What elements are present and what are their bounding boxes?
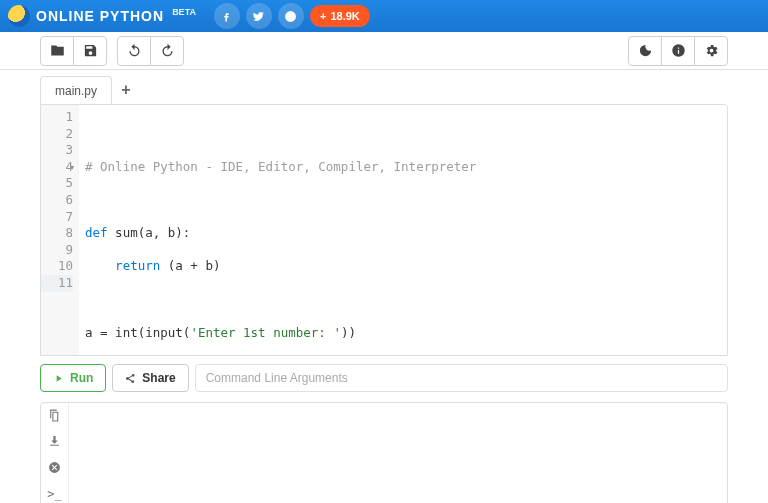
redo-button[interactable]	[150, 36, 184, 66]
plus-icon: +	[121, 81, 130, 99]
editor-toolbar	[0, 32, 768, 70]
line-number: 6	[41, 192, 73, 209]
share-icon	[125, 373, 136, 384]
line-number: 8	[41, 225, 73, 242]
logo-icon	[8, 5, 30, 27]
code-editor: 1 2 3 4▾ 5 6 7 8 9 10 11 # Online Python…	[40, 104, 728, 356]
line-number: 1	[41, 109, 73, 126]
line-gutter: 1 2 3 4▾ 5 6 7 8 9 10 11	[41, 105, 79, 356]
info-button[interactable]	[661, 36, 695, 66]
line-number: 4▾	[41, 159, 73, 176]
line-number: 11	[41, 275, 73, 292]
editor-body[interactable]: 1 2 3 4▾ 5 6 7 8 9 10 11 # Online Python…	[41, 105, 727, 356]
file-tabs: main.py +	[0, 74, 768, 104]
facebook-icon[interactable]	[214, 3, 240, 29]
beta-badge: BETA	[172, 7, 196, 17]
play-icon	[53, 373, 64, 384]
reddit-icon[interactable]	[278, 3, 304, 29]
add-tab-button[interactable]: +	[112, 76, 140, 104]
cli-args-input[interactable]: Command Line Arguments	[195, 364, 728, 392]
fold-icon[interactable]: ▾	[70, 159, 75, 176]
twitter-icon[interactable]	[246, 3, 272, 29]
line-number: 10	[41, 258, 73, 275]
output-body[interactable]	[69, 403, 727, 503]
settings-button[interactable]	[694, 36, 728, 66]
open-file-button[interactable]	[40, 36, 74, 66]
run-label: Run	[70, 371, 93, 385]
action-row: Run Share Command Line Arguments	[0, 356, 768, 392]
line-number: 5	[41, 175, 73, 192]
undo-button[interactable]	[117, 36, 151, 66]
line-number: 7	[41, 209, 73, 226]
share-count: 18.9K	[330, 10, 359, 22]
plus-icon: +	[320, 10, 326, 22]
run-button[interactable]: Run	[40, 364, 106, 392]
svg-point-0	[286, 11, 297, 22]
cli-placeholder: Command Line Arguments	[206, 371, 348, 385]
code-content[interactable]: # Online Python - IDE, Editor, Compiler,…	[79, 105, 476, 356]
clear-output-button[interactable]	[48, 461, 61, 477]
app-header: ONLINE PYTHON BETA + 18.9K	[0, 0, 768, 32]
line-number: 3	[41, 142, 73, 159]
output-toolbar: >_	[41, 403, 69, 503]
dark-mode-button[interactable]	[628, 36, 662, 66]
share-button[interactable]: Share	[112, 364, 188, 392]
line-number: 2	[41, 126, 73, 143]
line-number: 9	[41, 242, 73, 259]
copy-output-button[interactable]	[48, 409, 61, 425]
brand-name: ONLINE PYTHON	[36, 8, 164, 24]
share-count-pill[interactable]: + 18.9K	[310, 5, 370, 27]
share-label: Share	[142, 371, 175, 385]
download-output-button[interactable]	[48, 435, 61, 451]
tab-main-py[interactable]: main.py	[40, 76, 112, 104]
tab-label: main.py	[55, 84, 97, 98]
save-file-button[interactable]	[73, 36, 107, 66]
terminal-button[interactable]: >_	[47, 487, 61, 501]
output-panel: >_	[40, 402, 728, 503]
